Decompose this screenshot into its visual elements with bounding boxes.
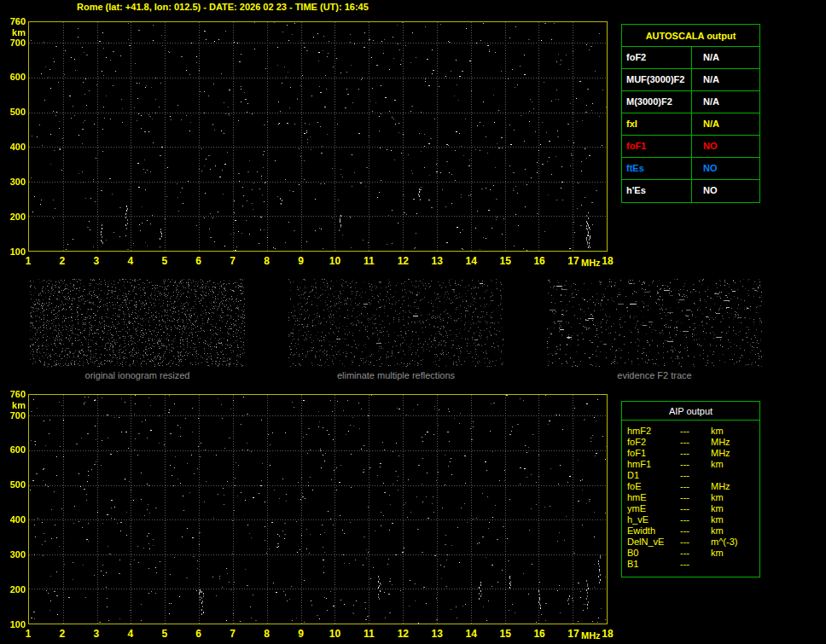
x-axis-tick-label: 2 (51, 255, 73, 267)
y-axis-tick-label: 700 (0, 38, 26, 48)
x-axis-tick-label: 5 (154, 628, 176, 640)
table-row: M(3000)F2 N/A (622, 91, 759, 113)
param-unit: km (711, 459, 759, 470)
param-label: foF1 (622, 136, 692, 157)
y-axis-tick-label: 200 (0, 212, 26, 222)
x-axis-tick-label: 14 (460, 628, 482, 640)
autoscala-output-table: AUTOSCALA output foF2 N/A MUF(3000)F2 N/… (621, 24, 760, 203)
table-row: foF2 --- MHz (627, 437, 759, 448)
y-axis-tick-label: 300 (0, 549, 26, 560)
y-axis-tick-label: 600 (0, 72, 26, 82)
x-axis-tick-label: 16 (528, 255, 550, 267)
x-axis-tick-label: 13 (426, 255, 448, 267)
multiple-reflections-canvas (288, 279, 503, 367)
x-axis-tick-label: 12 (392, 628, 414, 640)
table-row: DelN_vE --- m^(-3) (627, 537, 759, 548)
table-row: foE --- MHz (627, 481, 759, 492)
x-axis-tick-label: 4 (119, 628, 142, 640)
param-value: --- (680, 448, 711, 459)
table-row: foF2 N/A (622, 47, 759, 69)
table-row: h'Es NO (622, 180, 759, 202)
x-axis-tick-label: 12 (392, 255, 414, 267)
param-label: fxI (622, 113, 692, 135)
param-unit: km (711, 514, 759, 525)
aip-table-title: AIP output (622, 402, 759, 421)
param-unit: km (711, 525, 759, 537)
aip-table-body: hmF2 --- km foF2 --- MHz foF1 --- MHz hm… (622, 421, 759, 570)
y-axis-unit-label: km (0, 400, 26, 410)
y-axis-tick-label: 700 (0, 410, 26, 421)
x-axis-unit-label: MHz (581, 258, 601, 268)
param-label: foF2 (627, 437, 680, 448)
x-axis-tick-label: 4 (119, 255, 142, 267)
y-axis-tick-label: 500 (0, 107, 26, 117)
multiple-reflections-panel (288, 279, 503, 367)
param-value: NO (692, 180, 759, 202)
y-axis-tick-label: 760 (0, 389, 26, 399)
param-value: N/A (692, 91, 759, 113)
table-row: hmE --- km (627, 492, 759, 503)
param-value: --- (680, 559, 711, 570)
original-ionogram-panel (30, 279, 245, 367)
x-axis-tick-label: 9 (290, 255, 312, 267)
x-axis-tick-label: 1 (17, 255, 39, 267)
autoscala-table-title: AUTOSCALA output (622, 25, 759, 47)
param-unit: m^(-3) (711, 537, 759, 548)
x-axis-tick-label: 9 (290, 628, 312, 640)
x-axis-tick-label: 10 (323, 255, 346, 267)
param-label: DelN_vE (627, 537, 680, 548)
param-value: --- (680, 525, 711, 537)
table-row: hmF2 --- km (627, 426, 759, 437)
bottom-ionogram-plot (28, 394, 608, 624)
param-value: --- (680, 537, 711, 548)
param-value: N/A (692, 69, 759, 90)
param-value: NO (692, 158, 759, 179)
panel-caption: eliminate multiple reflections (288, 370, 503, 380)
param-value: --- (680, 492, 711, 503)
param-label: B1 (627, 559, 680, 570)
y-axis-tick-label: 400 (0, 142, 26, 152)
table-row: ymE --- km (627, 503, 759, 514)
param-value: N/A (692, 47, 759, 68)
station-header-title: Rome (lat: +41.8, lon: 012.5) - DATE: 20… (77, 2, 369, 12)
top-ionogram-canvas (29, 22, 607, 251)
original-ionogram-canvas (30, 279, 245, 367)
x-axis-tick-label: 3 (85, 628, 108, 640)
param-unit: MHz (711, 448, 759, 459)
param-label: foE (627, 481, 680, 492)
x-axis-tick-label: 7 (222, 628, 244, 640)
table-row: B1 --- (627, 559, 759, 570)
param-value: N/A (692, 113, 759, 135)
param-label: foF2 (622, 47, 692, 68)
x-axis-tick-label: 11 (358, 628, 380, 640)
param-label: h'Es (622, 180, 692, 202)
y-axis-tick-label: 600 (0, 444, 26, 455)
y-axis-tick-label: 300 (0, 177, 26, 187)
param-unit: MHz (711, 481, 759, 492)
x-axis-tick-label: 8 (256, 255, 278, 267)
panel-caption: original ionogram resized (30, 370, 245, 380)
f2-trace-canvas (547, 279, 762, 367)
y-axis-tick-label: 400 (0, 514, 26, 525)
y-axis-unit-label: km (0, 27, 26, 38)
param-value: --- (680, 548, 711, 559)
param-unit: km (711, 548, 759, 559)
f2-trace-panel (547, 279, 762, 367)
param-value: --- (680, 437, 711, 448)
table-row: B0 --- km (627, 548, 759, 559)
x-axis-tick-label: 6 (188, 255, 210, 267)
x-axis-tick-label: 14 (460, 255, 482, 267)
y-axis-tick-label: 500 (0, 479, 26, 490)
top-ionogram-plot (28, 21, 608, 252)
param-unit (711, 559, 759, 570)
param-unit: MHz (711, 437, 759, 448)
param-label: hmF2 (627, 426, 680, 437)
param-label: ftEs (622, 158, 692, 179)
param-unit: km (711, 492, 759, 503)
x-axis-tick-label: 11 (358, 255, 380, 267)
x-axis-tick-label: 10 (323, 628, 346, 640)
table-row: hmF1 --- km (627, 459, 759, 470)
x-axis-unit-label: MHz (581, 630, 601, 641)
table-row: MUF(3000)F2 N/A (622, 69, 759, 91)
x-axis-tick-label: 16 (528, 628, 550, 640)
